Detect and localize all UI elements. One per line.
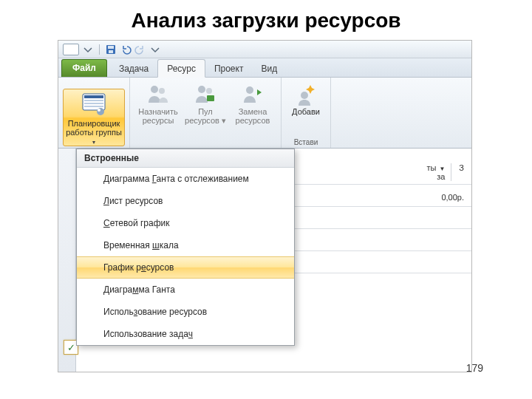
group-label-insert: Встави bbox=[294, 138, 318, 146]
dropdown-item[interactable]: Временная шкала bbox=[77, 234, 294, 256]
slide-title: Анализ загрузки ресурсов bbox=[0, 0, 532, 40]
ribbon-group-assignments: Назначитьресурсы Пулресурсов ▾ Заменарес… bbox=[130, 78, 282, 148]
dropdown-item[interactable]: Диаграмма Ганта с отслеживанием bbox=[77, 168, 294, 190]
substitute-icon bbox=[241, 82, 265, 106]
side-slot bbox=[61, 151, 74, 165]
add-resources-button[interactable]: Добави bbox=[286, 79, 326, 137]
app-menu-corner[interactable] bbox=[63, 44, 79, 55]
svg-point-16 bbox=[301, 92, 308, 99]
save-icon[interactable] bbox=[105, 44, 117, 55]
svg-rect-14 bbox=[207, 95, 214, 101]
dropdown-item[interactable]: Использование задач bbox=[77, 323, 294, 345]
dropdown-item[interactable]: Использование ресурсов bbox=[77, 301, 294, 323]
ribbon-group-view: Планировщикработы группы ▾ bbox=[58, 78, 130, 148]
people-icon bbox=[146, 82, 170, 106]
svg-point-13 bbox=[206, 88, 212, 94]
undo-icon[interactable] bbox=[120, 44, 132, 55]
ribbon-tabs: Файл Задача Ресурс Проект Вид bbox=[58, 58, 471, 78]
cell-value: 0,00р. bbox=[441, 193, 464, 202]
tab-view[interactable]: Вид bbox=[252, 60, 286, 77]
team-planner-label: Планировщикработы группы ▾ bbox=[64, 119, 124, 147]
ribbon-body: Планировщикработы группы ▾ Назначитьресу… bbox=[58, 78, 471, 149]
svg-point-11 bbox=[159, 88, 165, 94]
svg-rect-4 bbox=[84, 95, 103, 98]
substitute-resources-button[interactable]: Заменаресурсов bbox=[229, 79, 276, 137]
pool-icon bbox=[194, 82, 217, 106]
assign-resources-button[interactable]: Назначитьресурсы bbox=[134, 79, 182, 137]
tab-project[interactable]: Проект bbox=[205, 60, 253, 77]
svg-point-10 bbox=[151, 86, 158, 93]
page-number: 179 bbox=[466, 362, 483, 374]
dropdown-item[interactable]: Лист ресурсов bbox=[77, 190, 294, 212]
team-planner-icon bbox=[81, 92, 106, 117]
ribbon-group-insert: Добави Встави bbox=[282, 78, 331, 148]
team-planner-button[interactable]: Планировщикработы группы ▾ bbox=[63, 89, 125, 146]
view-dropdown: Встроенные Диаграмма Ганта с отслеживани… bbox=[76, 149, 295, 346]
side-panel bbox=[58, 149, 76, 372]
dropdown-item[interactable]: График ресурсов bbox=[77, 256, 294, 279]
svg-rect-1 bbox=[108, 46, 114, 49]
dropdown-item[interactable]: Диаграмма Ганта bbox=[77, 279, 294, 301]
app-window: Файл Задача Ресурс Проект Вид Планировщи… bbox=[58, 40, 472, 372]
resource-pool-button[interactable]: Пулресурсов ▾ bbox=[182, 79, 229, 137]
dropdown-item[interactable]: Сетевой график bbox=[77, 212, 294, 234]
svg-rect-2 bbox=[109, 50, 113, 53]
redo-icon[interactable] bbox=[134, 44, 146, 55]
svg-point-12 bbox=[198, 86, 205, 93]
sparkle-people-icon bbox=[294, 82, 318, 106]
tab-task[interactable]: Задача bbox=[110, 60, 157, 77]
chevron-down-icon[interactable] bbox=[82, 44, 94, 55]
svg-point-9 bbox=[98, 109, 100, 112]
dropdown-header: Встроенные bbox=[77, 149, 294, 168]
svg-point-8 bbox=[97, 108, 104, 115]
svg-point-15 bbox=[246, 86, 253, 94]
file-tab[interactable]: Файл bbox=[61, 59, 107, 77]
tab-resource[interactable]: Ресурс bbox=[157, 59, 205, 78]
quick-access-toolbar bbox=[58, 41, 471, 58]
separator bbox=[99, 44, 100, 55]
column-header-fragment: ты▼ за З bbox=[426, 163, 464, 181]
chevron-down-icon[interactable] bbox=[149, 44, 161, 55]
